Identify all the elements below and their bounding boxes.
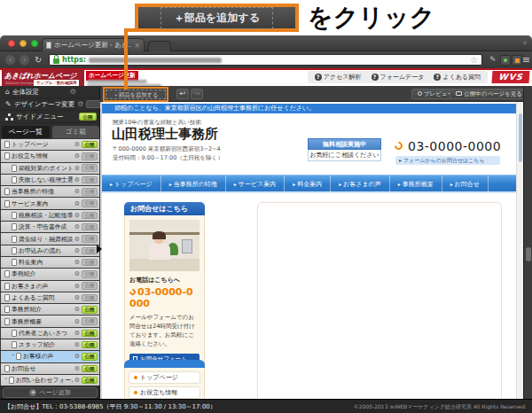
menu-widget-item[interactable]: トップページ: [129, 371, 200, 384]
publish-badge[interactable]: 公開: [82, 317, 98, 325]
publish-badge[interactable]: 公開: [79, 113, 97, 121]
sidebar-item-side-menu[interactable]: サイドメニュー 公開: [0, 111, 99, 123]
gear-icon[interactable]: ⚙: [74, 283, 80, 290]
gear-icon[interactable]: ⚙: [74, 259, 80, 266]
gear-icon[interactable]: ⚙: [74, 176, 80, 183]
gear-icon[interactable]: ⚙: [74, 330, 80, 337]
app-scrollbar-thumb[interactable]: [526, 247, 531, 261]
page-row[interactable]: ” 税務相談・記帳指導 ⚙ 公開: [1, 210, 99, 221]
publish-badge[interactable]: 公開: [82, 341, 98, 349]
gear-icon[interactable]: ⚙: [74, 247, 80, 254]
publish-badge[interactable]: 公開: [82, 152, 98, 160]
site-nav-item[interactable]: 当事務所の特徴: [161, 175, 226, 191]
publish-badge[interactable]: 公開: [82, 223, 98, 231]
publish-badge[interactable]: 公開: [82, 141, 98, 149]
reload-icon[interactable]: ↻: [35, 54, 42, 66]
publish-badge[interactable]: 公開: [82, 188, 98, 196]
add-part-button[interactable]: ＋部品を追加する: [106, 90, 166, 99]
gear-icon[interactable]: ⚙: [74, 365, 80, 372]
app-scrollbar[interactable]: [523, 86, 532, 399]
page-row[interactable]: ” 資金繰り・融資相談 ⚙ 公開: [1, 233, 99, 244]
page-row[interactable]: ” 決算・申告書作成 ⚙ 公開: [1, 222, 99, 232]
site-nav-item[interactable]: お問合せ: [442, 175, 489, 191]
gear-icon[interactable]: ⚙: [74, 306, 80, 313]
redo-button[interactable]: ↪: [191, 89, 203, 99]
page-row[interactable]: ” お申込みの流れ ⚙ 公開: [1, 245, 99, 256]
forward-button[interactable]: ›: [19, 54, 30, 66]
publish-badge[interactable]: 公開: [82, 164, 98, 172]
site-nav-item[interactable]: お客さまの声: [331, 175, 390, 191]
fullscreen-icon[interactable]: »: [520, 38, 530, 48]
page-row[interactable]: ” お問い合わせフォーム ⚙ 公開: [1, 375, 99, 386]
publish-badge[interactable]: 公開: [82, 330, 98, 338]
page-row[interactable]: ” お客さまの声 ⚙ 公開: [1, 281, 99, 292]
page-row[interactable]: ” 代表者ごあいさつ ⚙ 公開: [1, 328, 99, 339]
undo-button[interactable]: ↩: [176, 89, 189, 99]
page-row[interactable]: ” 事例紹介 ⚙ 公開: [1, 269, 99, 279]
publish-badge[interactable]: 公開: [82, 294, 98, 302]
publish-badge[interactable]: 公開: [82, 212, 98, 220]
page-row[interactable]: ” お役立ち情報 ⚙ 公開: [1, 151, 99, 161]
tab-page-list[interactable]: ページ一覧: [2, 126, 50, 138]
page-row[interactable]: ” トップページ ⚙ 公開: [1, 139, 99, 150]
gear-icon[interactable]: ⚙: [74, 353, 80, 360]
gear-icon[interactable]: ⚙: [70, 89, 76, 96]
url-field[interactable]: https: ☆: [49, 54, 482, 66]
publish-badge[interactable]: 公開: [82, 365, 98, 373]
gear-icon[interactable]: ⚙: [77, 101, 83, 108]
page-row[interactable]: ” お問合せ ⚙ 公開: [1, 363, 99, 374]
publish-badge[interactable]: 公開: [82, 259, 98, 267]
gear-icon[interactable]: ⚙: [74, 188, 80, 195]
publish-badge[interactable]: 公開: [82, 176, 98, 184]
minimize-window-button[interactable]: [20, 40, 27, 47]
page-row[interactable]: ” 当事務所の特徴 ⚙ 公開: [1, 186, 99, 197]
gear-icon[interactable]: ⚙: [74, 270, 80, 277]
bookmark-star-icon[interactable]: ☆: [470, 55, 478, 65]
publish-badge[interactable]: 公開: [82, 377, 98, 385]
page-row[interactable]: ” お客様の声 ⚙ 公開: [1, 351, 99, 362]
page-row[interactable]: ” よくあるご質問 ⚙ 公開: [1, 292, 99, 303]
publish-badge[interactable]: 公開: [82, 270, 98, 278]
extension-icon-green[interactable]: [500, 55, 511, 66]
zoom-window-button[interactable]: [31, 40, 38, 47]
publish-badge[interactable]: 公開: [82, 353, 98, 361]
menu-widget-item[interactable]: お役立ち情報: [129, 386, 200, 399]
gear-icon[interactable]: ⚙: [74, 165, 80, 172]
sidebar-collapse-arrow[interactable]: [97, 245, 102, 253]
page-row[interactable]: ” 料金案内 ⚙ 公開: [1, 257, 99, 268]
gear-icon[interactable]: ⚙: [74, 141, 80, 148]
header-link[interactable]: ?よくある質問: [434, 73, 481, 82]
extension-icon-orange[interactable]: [512, 55, 522, 66]
background-tab[interactable]: [148, 41, 171, 51]
header-link[interactable]: ?アクセス解析: [315, 73, 362, 82]
page-row[interactable]: ” スタッフ紹介 ⚙ 公開: [1, 339, 99, 350]
gear-icon[interactable]: ⚙: [74, 341, 80, 348]
preview-scrollbar-thumb[interactable]: [519, 113, 522, 162]
publish-badge[interactable]: 公開: [82, 235, 98, 243]
publish-badge[interactable]: 公開: [82, 282, 98, 290]
add-page-button[interactable]: + ページ追加: [3, 387, 98, 398]
site-nav-item[interactable]: トップページ: [102, 175, 161, 191]
pencil-extension-icon[interactable]: ✎: [489, 55, 497, 64]
publish-badge[interactable]: 公開: [82, 199, 98, 207]
publish-badge[interactable]: 公開: [82, 306, 98, 314]
site-nav-item[interactable]: 料金案内: [285, 175, 331, 191]
gear-icon[interactable]: ⚙: [74, 377, 80, 384]
site-nav-item[interactable]: サービス案内: [226, 175, 285, 191]
page-row[interactable]: ” 事務所紹介 ⚙ 公開: [1, 304, 99, 315]
gear-icon[interactable]: ⚙: [74, 236, 80, 243]
form-contact-link[interactable]: フォームからのお問合せはこちら: [395, 156, 500, 165]
browser-menu-icon[interactable]: ≡: [522, 54, 530, 66]
page-row[interactable]: ” 節税対策のポイント ⚙ 公開: [1, 163, 99, 174]
header-link[interactable]: ?フォームデータ: [372, 73, 425, 82]
tab-trash[interactable]: ゴミ箱: [52, 126, 100, 138]
publish-badge[interactable]: 公開: [82, 247, 98, 255]
view-live-page-button[interactable]: 公開中のページを見る: [450, 89, 528, 99]
gear-icon[interactable]: ⚙: [74, 223, 80, 230]
sidebar-item-design-theme[interactable]: ✎ デザインテーマ変更 ⚙: [0, 98, 99, 111]
site-nav-item[interactable]: 事務所概要: [390, 175, 442, 191]
preview-scrollbar[interactable]: [516, 102, 523, 399]
gear-icon[interactable]: ⚙: [74, 294, 80, 301]
page-row[interactable]: ” 失敗しない税理士選び ⚙ 公開: [1, 175, 99, 185]
page-row[interactable]: ” 事務所概要 ⚙ 公開: [1, 316, 99, 326]
